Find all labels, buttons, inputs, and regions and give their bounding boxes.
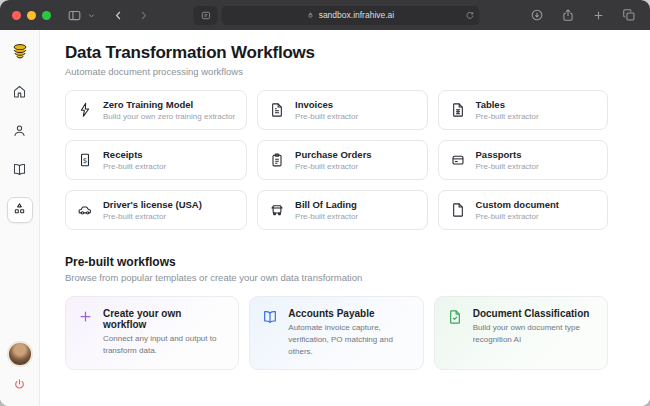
sidebar-item-home[interactable] — [7, 80, 33, 106]
passport-card-icon — [450, 152, 466, 168]
workflows-section-subtitle: Browse from popular templates or create … — [65, 272, 608, 283]
user-icon — [12, 123, 27, 141]
sidebar-item-users[interactable] — [7, 119, 33, 145]
page-menu-icon — [200, 10, 211, 21]
toolbar-right — [528, 6, 638, 24]
url-text: sandbox.infrahive.ai — [319, 10, 395, 20]
card-title: Receipts — [103, 149, 166, 160]
tab-overview-button[interactable] — [620, 6, 638, 24]
card-accounts-payable[interactable]: Accounts Payable Automate invoice captur… — [249, 296, 423, 370]
extractor-grid: Zero Training Model Build your own zero … — [65, 90, 608, 230]
zap-icon — [77, 102, 93, 118]
card-receipts[interactable]: $ Receipts Pre-built extractor — [65, 140, 247, 180]
download-icon — [530, 8, 544, 22]
reload-button[interactable] — [465, 11, 474, 20]
file-check-icon — [447, 309, 463, 325]
card-subtitle: Pre-built extractor — [476, 212, 559, 221]
lock-icon — [307, 11, 315, 19]
sidebar-item-docs[interactable] — [7, 158, 33, 184]
page-subtitle: Automate document processing workflows — [65, 66, 608, 77]
page-title: Data Transformation Workflows — [65, 43, 608, 63]
card-tables[interactable]: Tables Pre-built extractor — [438, 90, 608, 130]
card-drivers-license[interactable]: Driver's license (USA) Pre-built extract… — [65, 190, 247, 230]
new-tab-button[interactable] — [590, 7, 607, 24]
power-icon — [13, 378, 26, 394]
plus-icon — [78, 309, 93, 324]
card-subtitle: Pre-built extractor — [295, 112, 358, 121]
car-icon — [77, 202, 93, 218]
card-title: Driver's license (USA) — [103, 199, 202, 210]
card-subtitle: Pre-built extractor — [295, 162, 372, 171]
card-create-your-own-workflow[interactable]: Create your own workflow Connect any inp… — [65, 296, 239, 370]
logout-button[interactable] — [11, 376, 28, 396]
card-invoices[interactable]: Invoices Pre-built extractor — [257, 90, 427, 130]
card-subtitle: Pre-built extractor — [476, 162, 539, 171]
forward-button[interactable] — [135, 7, 152, 24]
back-button[interactable] — [110, 7, 127, 24]
sidebar-panel-icon — [67, 8, 82, 23]
workflow-title: Create your own workflow — [103, 308, 226, 330]
close-window-button[interactable] — [12, 11, 21, 20]
table-file-icon — [450, 102, 466, 118]
sidebar-item-workflows[interactable] — [7, 197, 33, 223]
card-title: Custom document — [476, 199, 559, 210]
receipt-icon: $ — [77, 152, 93, 168]
home-icon — [12, 84, 27, 102]
chevron-right-icon — [137, 9, 150, 22]
clipboard-icon — [269, 152, 285, 168]
card-purchase-orders[interactable]: Purchase Orders Pre-built extractor — [257, 140, 427, 180]
zoom-window-button[interactable] — [42, 11, 51, 20]
card-custom-document[interactable]: Custom document Pre-built extractor — [438, 190, 608, 230]
address-area: sandbox.infrahive.ai — [193, 0, 479, 30]
chevron-down-icon — [87, 11, 96, 20]
tabs-icon — [622, 8, 636, 22]
main-content: Data Transformation Workflows Automate d… — [40, 30, 650, 406]
card-bill-of-lading[interactable]: Bill Of Lading Pre-built extractor — [257, 190, 427, 230]
workflow-description: Build your own document type recognition… — [473, 322, 595, 346]
svg-text:$: $ — [83, 157, 87, 165]
card-subtitle: Pre-built extractor — [476, 112, 539, 121]
card-title: Tables — [476, 99, 539, 110]
card-subtitle: Pre-built extractor — [103, 162, 166, 171]
infrahive-logo-icon — [10, 42, 30, 62]
traffic-lights — [12, 11, 51, 20]
card-zero-training-model[interactable]: Zero Training Model Build your own zero … — [65, 90, 247, 130]
card-title: Zero Training Model — [103, 99, 235, 110]
page-menu-button[interactable] — [193, 6, 217, 25]
card-subtitle: Pre-built extractor — [295, 212, 358, 221]
chevron-left-icon — [112, 9, 125, 22]
address-bar[interactable]: sandbox.infrahive.ai — [221, 6, 479, 25]
workflow-description: Connect any input and output to transfor… — [103, 333, 225, 357]
downloads-button[interactable] — [528, 6, 546, 24]
sidebar-toggle-button[interactable] — [65, 6, 84, 25]
card-title: Purchase Orders — [295, 149, 372, 160]
book-open-icon — [262, 309, 278, 325]
card-title: Passports — [476, 149, 539, 160]
workflow-icon — [12, 201, 27, 219]
minimize-window-button[interactable] — [27, 11, 36, 20]
browser-toolbar: sandbox.infrahive.ai — [0, 0, 650, 30]
card-document-classification[interactable]: Document Classification Build your own d… — [434, 296, 608, 370]
card-title: Bill Of Lading — [295, 199, 358, 210]
share-icon — [561, 8, 575, 22]
workflow-description: Automate invoice capture, verification, … — [288, 322, 410, 358]
card-passports[interactable]: Passports Pre-built extractor — [438, 140, 608, 180]
workflows-section-title: Pre-built workflows — [65, 255, 608, 269]
reload-icon — [465, 11, 474, 20]
user-avatar[interactable] — [7, 341, 33, 367]
invoice-file-icon — [269, 102, 285, 118]
browser-window: sandbox.infrahive.ai — [0, 0, 650, 406]
sidebar — [0, 30, 40, 406]
share-button[interactable] — [559, 6, 577, 24]
sidebar-menu-button[interactable] — [85, 9, 98, 22]
workflow-title: Document Classification — [473, 308, 595, 319]
book-open-icon — [12, 162, 27, 180]
card-subtitle: Pre-built extractor — [103, 212, 202, 221]
workflow-title: Accounts Payable — [288, 308, 410, 319]
card-title: Invoices — [295, 99, 358, 110]
app-shell: Data Transformation Workflows Automate d… — [0, 30, 650, 406]
blank-file-icon — [450, 202, 466, 218]
workflow-grid: Create your own workflow Connect any inp… — [65, 296, 608, 370]
plus-icon — [592, 9, 605, 22]
card-subtitle: Build your own zero training extractor — [103, 112, 235, 121]
